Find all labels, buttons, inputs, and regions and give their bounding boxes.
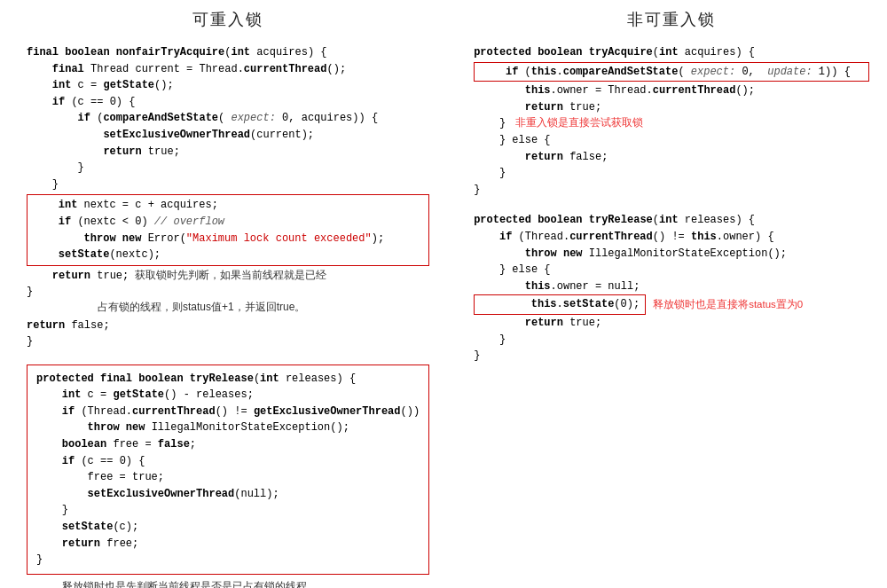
right-setstate-pre: this.setState(0); (480, 296, 640, 313)
right-bottom-header: protected boolean tryRelease(int release… (474, 212, 869, 294)
left-bottom-box: protected final boolean tryRelease(int r… (27, 365, 429, 575)
right-top-header: protected boolean tryAcquire(int acquire… (474, 44, 869, 61)
left-return-false: return false; } (27, 318, 429, 350)
left-highlight-pre: int nextc = c + acquires; if (nextc < 0)… (33, 197, 423, 263)
right-column: 非可重入锁 protected boolean tryAcquire(int a… (447, 9, 887, 588)
left-title: 可重入锁 (27, 9, 429, 30)
left-highlight-box: int nextc = c + acquires; if (nextc < 0)… (27, 194, 429, 265)
right-bottom-end: return true; } } (474, 315, 869, 365)
left-column: 可重入锁 final boolean nonfairTryAcquire(int… (0, 9, 447, 588)
right-highlight-pre: if (this.compareAndSetState( expect: 0, … (480, 64, 863, 81)
page: 可重入锁 final boolean nonfairTryAcquire(int… (0, 0, 887, 588)
right-top-section: protected boolean tryAcquire(int acquire… (474, 44, 869, 198)
right-title: 非可重入锁 (474, 9, 869, 30)
left-top-code-pre: final boolean nonfairTryAcquire(int acqu… (27, 44, 429, 192)
left-annotation3: 释放锁时也是先判断当前线程是否是已占有锁的线程， 然后在判断status。如果s… (62, 578, 429, 588)
right-bottom-section: protected boolean tryRelease(int release… (474, 212, 869, 364)
left-top-section: final boolean nonfairTryAcquire(int acqu… (27, 44, 429, 350)
left-top-end-pre: return true; 获取锁时先判断，如果当前线程就是已经 } (27, 268, 429, 301)
right-annotation2: 释放锁时也是直接将status置为0 (653, 298, 803, 311)
right-top-else: } else { return false; } } (474, 132, 869, 198)
right-highlight-box: if (this.compareAndSetState( expect: 0, … (474, 62, 869, 82)
left-annotation1: 占有锁的线程，则status值+1，并返回true。 (98, 299, 429, 316)
right-setstate-box: this.setState(0); (474, 294, 646, 315)
right-top-inner: this.owner = Thread.currentThread(); ret… (474, 82, 869, 132)
left-bottom-pre: protected final boolean tryRelease(int r… (36, 371, 420, 568)
main-columns: 可重入锁 final boolean nonfairTryAcquire(int… (0, 9, 887, 588)
right-setState-row: this.setState(0); 释放锁时也是直接将status置为0 (474, 294, 869, 315)
